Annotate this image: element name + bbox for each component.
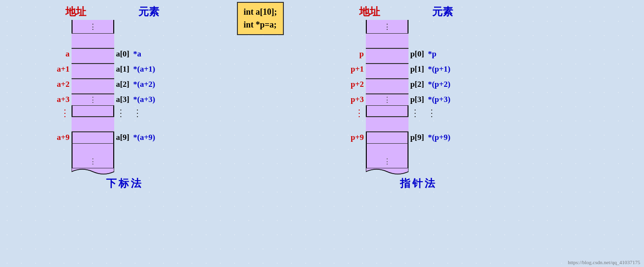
left-addr-a: a	[65, 46, 70, 62]
right-elem-1: p[1] *(p+1)	[410, 62, 451, 77]
left-elem-2: a[2] *(a+2)	[116, 77, 155, 92]
left-headers: 地址 元素	[57, 5, 159, 19]
right-cell-gap1: ⋮	[366, 94, 408, 105]
right-elem-header: 元素	[432, 6, 453, 18]
left-top-dots: ⋮	[72, 20, 114, 33]
right-addr-p1: p+1	[351, 62, 364, 77]
right-top-dots: ⋮	[366, 20, 408, 33]
right-cell-mid	[366, 105, 408, 117]
left-addr-a1: a+1	[57, 62, 70, 77]
code-line2: int *p=a;	[244, 18, 277, 31]
right-cell-9	[366, 117, 408, 132]
left-cell-gap1: ⋮	[72, 94, 114, 105]
left-cell-3	[72, 79, 114, 94]
left-cell-bottom-gap1	[72, 132, 114, 143]
right-memory-block: p p+1 p+2 p+3 ⋮ p+9 ⋮	[351, 20, 453, 176]
right-cell-1	[366, 48, 408, 64]
right-addr-p2: p+2	[351, 77, 364, 92]
right-addr-header: 地址	[359, 6, 380, 18]
right-addr-p: p	[359, 46, 363, 62]
left-elem-9: a[9] *(a+9)	[116, 130, 155, 145]
left-cell-9	[72, 117, 114, 132]
left-addr-a9: a+9	[57, 130, 70, 145]
right-addr-col: p p+1 p+2 p+3 ⋮ p+9	[351, 33, 366, 176]
right-headers: 地址 元素	[351, 5, 453, 19]
right-elem-2: p[2] *(p+2)	[410, 77, 451, 92]
left-bottom-dots: ⋮	[72, 155, 114, 168]
left-cell-1	[72, 48, 114, 64]
right-addr-dots: ⋮	[354, 107, 364, 119]
left-addr-a2: a+2	[57, 77, 70, 92]
code-box: int a[10]; int *p=a;	[237, 2, 284, 35]
right-cell-0	[366, 33, 408, 48]
left-addr-a3: a+3	[57, 92, 70, 107]
right-addr-p3: p+3	[351, 92, 364, 107]
watermark: https://blog.csdn.net/qq_41037175	[568, 259, 640, 265]
left-section-label-wrapper: 下标法	[57, 176, 159, 191]
left-cell-bottom-gap2	[72, 143, 114, 155]
left-memory-block: a a+1 a+2 a+3 ⋮ a+9 ⋮	[57, 20, 159, 176]
left-cell-0	[72, 33, 114, 48]
right-elem-dots: ⋮ ⋮	[410, 107, 436, 119]
left-elem-0: a[0] *a	[116, 46, 141, 62]
right-cell-bottom-gap2	[366, 143, 408, 155]
left-elem-header: 元素	[138, 6, 159, 18]
left-section-label: 下标法	[106, 177, 143, 189]
right-wavy-bottom	[366, 168, 408, 176]
left-cell-mid	[72, 105, 114, 117]
right-elem-0: p[0] *p	[410, 46, 436, 62]
right-elem-col: p[0] *p p[1] *(p+1) p[2] *(p+2) p[3] *(p…	[408, 33, 451, 176]
left-elem-1: a[1] *(a+1)	[116, 62, 155, 77]
right-cell-bottom-gap1	[366, 132, 408, 143]
left-addr-header: 地址	[65, 6, 86, 18]
right-section-label: 指针法	[400, 177, 437, 189]
code-line1: int a[10];	[244, 6, 277, 18]
left-elem-3: a[3] *(a+3)	[116, 92, 155, 107]
right-cell-2	[366, 64, 408, 79]
left-addr-col: a a+1 a+2 a+3 ⋮ a+9	[57, 33, 72, 176]
left-wavy-bottom	[72, 168, 114, 176]
left-cells-wrapper: ⋮ ⋮ ⋮	[72, 20, 114, 176]
right-addr-p9: p+9	[351, 130, 364, 145]
right-elem-9: p[9] *(p+9)	[410, 130, 451, 145]
left-cell-2	[72, 64, 114, 79]
left-elem-col: a[0] *a a[1] *(a+1) a[2] *(a+2) a[3] *(a…	[114, 33, 155, 176]
right-elem-3: p[3] *(p+3)	[410, 92, 451, 107]
right-bottom-dots: ⋮	[366, 155, 408, 168]
left-section: 地址 元素 a a+1 a+2 a+3	[57, 5, 159, 191]
right-cell-3	[366, 79, 408, 94]
right-cells-wrapper: ⋮ ⋮ ⋮	[366, 20, 408, 176]
main-layout: int a[10]; int *p=a; 地址 元素 a a+1	[0, 0, 644, 267]
right-section-label-wrapper: 指针法	[351, 176, 453, 191]
left-addr-dots: ⋮	[60, 107, 70, 119]
right-section: 地址 元素 p p+1 p+2 p+3	[351, 5, 453, 191]
left-elem-dots: ⋮ ⋮	[116, 107, 142, 119]
